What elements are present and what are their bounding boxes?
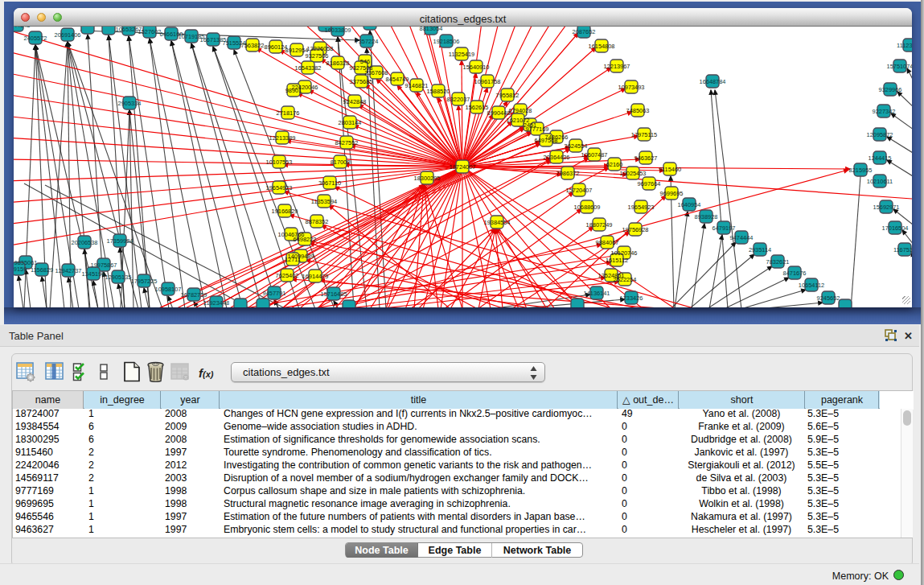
svg-text:12711: 12711 — [285, 256, 301, 263]
svg-text:8813054: 8813054 — [420, 27, 443, 32]
svg-text:1562615: 1562615 — [466, 104, 489, 111]
svg-text:17359924: 17359924 — [107, 237, 133, 245]
svg-text:1733426: 1733426 — [620, 295, 643, 302]
svg-text:9474444: 9474444 — [730, 234, 754, 241]
svg-text:19166829: 19166829 — [272, 208, 298, 215]
svg-text:9777169: 9777169 — [526, 126, 549, 133]
svg-text:16154808: 16154808 — [589, 43, 615, 50]
svg-text:62160: 62160 — [606, 161, 623, 168]
svg-text:10607487: 10607487 — [581, 151, 608, 159]
svg-text:1244415: 1244415 — [869, 154, 892, 162]
svg-text:11325419: 11325419 — [449, 51, 474, 58]
svg-text:16782759: 16782759 — [181, 291, 207, 299]
svg-text:14136141: 14136141 — [584, 290, 610, 297]
svg-text:8471676: 8471676 — [783, 270, 807, 277]
svg-text:8990448: 8990448 — [487, 109, 511, 117]
svg-text:12905135: 12905135 — [105, 274, 132, 281]
svg-text:11123344: 11123344 — [897, 42, 912, 49]
svg-text:12213389: 12213389 — [269, 134, 296, 142]
svg-text:3375685: 3375685 — [350, 78, 373, 85]
svg-text:9329966: 9329966 — [879, 86, 902, 93]
svg-text:9327506: 9327506 — [306, 52, 329, 60]
svg-text:9245652: 9245652 — [817, 295, 840, 302]
svg-text:19654923: 19654923 — [266, 184, 293, 192]
svg-text:19756928: 19756928 — [622, 226, 649, 233]
svg-text:7625402: 7625402 — [276, 272, 299, 279]
svg-text:17957225: 17957225 — [131, 278, 158, 285]
svg-text:1640954: 1640954 — [678, 201, 701, 208]
svg-text:1615112: 1615112 — [606, 257, 628, 264]
svg-text:8960124: 8960124 — [265, 43, 288, 51]
svg-text:10973493: 10973493 — [618, 84, 645, 91]
svg-text:10025453: 10025453 — [620, 170, 647, 177]
svg-text:9884067: 9884067 — [596, 239, 619, 246]
svg-text:7485063: 7485063 — [626, 107, 650, 114]
svg-text:1156829: 1156829 — [31, 266, 53, 274]
svg-text:8878352: 8878352 — [306, 218, 329, 225]
svg-text:6794028: 6794028 — [509, 107, 532, 114]
svg-text:10688609: 10688609 — [574, 204, 601, 211]
svg-text:8215955: 8215955 — [849, 167, 873, 174]
svg-text:15751074: 15751074 — [887, 63, 912, 70]
svg-text:7955812: 7955812 — [496, 92, 519, 99]
svg-text:20691406: 20691406 — [55, 31, 81, 39]
svg-text:11923448: 11923448 — [203, 299, 229, 307]
svg-text:12942737: 12942737 — [55, 267, 82, 274]
svg-text:9697664: 9697664 — [638, 180, 661, 187]
svg-text:9242848: 9242848 — [343, 98, 367, 105]
svg-text:9457791: 9457791 — [263, 290, 286, 297]
svg-text:8938928: 8938928 — [695, 213, 718, 220]
svg-text:16648784: 16648784 — [700, 78, 726, 85]
svg-text:7832621: 7832621 — [766, 258, 790, 266]
svg-text:7986372: 7986372 — [556, 170, 580, 177]
svg-text:2935114: 2935114 — [749, 246, 771, 253]
svg-text:16044148: 16044148 — [14, 27, 30, 29]
svg-text:2522254: 2522254 — [614, 276, 637, 283]
svg-text:1527602: 1527602 — [138, 28, 162, 35]
svg-text:9146821: 9146821 — [405, 82, 429, 89]
svg-text:9227342: 9227342 — [873, 108, 896, 115]
svg-text:6498222: 6498222 — [294, 236, 317, 243]
svg-text:9463627: 9463627 — [634, 154, 658, 162]
svg-text:2803144: 2803144 — [339, 119, 362, 126]
svg-text:8427552: 8427552 — [335, 139, 359, 146]
svg-text:7563822: 7563822 — [241, 42, 265, 49]
svg-text:3067110: 3067110 — [318, 179, 341, 187]
svg-text:2367608: 2367608 — [365, 69, 388, 76]
svg-text:19975867: 19975867 — [91, 262, 117, 269]
svg-text:1588520: 1588520 — [427, 88, 450, 95]
svg-text:18807249: 18807249 — [586, 221, 613, 229]
svg-text:9699695: 9699695 — [660, 190, 684, 197]
svg-text:16543382: 16543382 — [295, 64, 322, 72]
svg-text:10961758: 10961758 — [474, 78, 501, 85]
svg-text:6497568: 6497568 — [535, 137, 558, 144]
svg-text:18724007: 18724007 — [450, 163, 476, 171]
svg-text:15720407: 15720407 — [566, 187, 593, 194]
svg-text:817008: 817008 — [331, 159, 351, 166]
svg-text:2905334: 2905334 — [118, 100, 142, 107]
svg-text:17016504: 17016504 — [882, 225, 909, 232]
svg-text:39159: 39159 — [14, 266, 27, 273]
svg-text:10120746: 10120746 — [611, 249, 638, 257]
svg-text:12213967: 12213967 — [604, 63, 630, 70]
svg-text:12095872: 12095872 — [867, 131, 893, 138]
svg-text:19654923: 19654923 — [628, 204, 655, 211]
svg-text:19218506: 19218506 — [433, 38, 460, 45]
svg-text:3624554: 3624554 — [565, 142, 588, 150]
svg-text:13226058: 13226058 — [307, 45, 334, 52]
svg-text:15716485: 15716485 — [321, 290, 347, 298]
svg-text:8186328: 8186328 — [326, 60, 350, 67]
svg-text:18300295: 18300295 — [414, 175, 441, 182]
svg-text:16914479: 16914479 — [302, 273, 329, 280]
svg-text:15692971: 15692971 — [873, 204, 900, 211]
svg-text:10654112: 10654112 — [799, 282, 824, 289]
svg-text:2718176: 2718176 — [277, 109, 300, 117]
svg-text:98901: 98901 — [285, 87, 302, 94]
svg-text:8322037: 8322037 — [447, 96, 470, 103]
svg-text:16033809: 16033809 — [325, 27, 351, 34]
svg-text:1167533: 1167533 — [893, 246, 912, 253]
svg-text:9115460: 9115460 — [659, 166, 681, 173]
svg-text:20206538: 20206538 — [72, 239, 98, 246]
svg-text:11353594: 11353594 — [311, 198, 337, 205]
svg-text:19384554: 19384554 — [484, 219, 511, 226]
